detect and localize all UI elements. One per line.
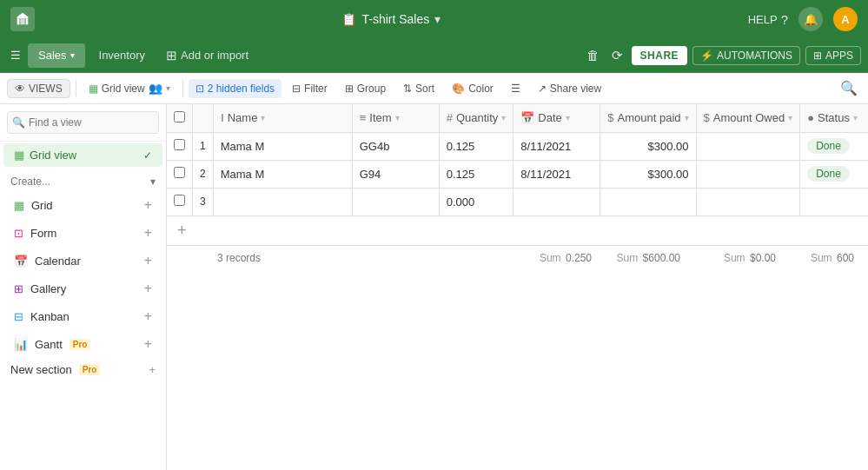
header-qty-col[interactable]: # Quantity ▾ [439, 104, 514, 132]
header-name-col[interactable]: Ⅰ Name ▾ [213, 104, 352, 132]
group-button[interactable]: ⊞ Group [338, 79, 393, 98]
share-view-icon: ↗ [538, 83, 547, 95]
add-icon: ⊞ [166, 48, 177, 63]
row3-qty[interactable]: 0.000 [439, 188, 514, 215]
header-owed-col[interactable]: $ Amount Owed ▾ [696, 104, 800, 132]
row1-checkbox[interactable] [174, 139, 185, 150]
row1-item[interactable]: GG4b [352, 132, 439, 160]
row3-date[interactable] [514, 188, 600, 215]
hamburger-icon[interactable]: ☰ [7, 45, 24, 65]
history-button[interactable]: ⟳ [608, 44, 626, 67]
new-section-label: New section [10, 363, 72, 376]
share-view-button[interactable]: ↗ Share view [531, 79, 608, 98]
owed-col-icon: $ [704, 111, 710, 124]
row1-checkbox-cell[interactable] [167, 132, 193, 160]
header-date-col[interactable]: 📅 Date ▾ [514, 104, 600, 132]
row2-item[interactable]: G94 [352, 160, 439, 188]
row3-name[interactable] [213, 188, 352, 215]
sidebar-search-icon: 🔍 [12, 116, 25, 129]
row1-date[interactable]: 8/11/2021 [514, 132, 600, 160]
row1-qty[interactable]: 0.125 [439, 132, 514, 160]
title-dropdown-icon[interactable]: ▾ [434, 12, 441, 26]
item-col-sort: ▾ [395, 113, 400, 122]
color-button[interactable]: 🎨 Color [445, 79, 500, 98]
sum-paid-cell: Sum $600.00 [592, 252, 687, 264]
filter-button[interactable]: ⊟ Filter [285, 79, 335, 98]
row2-date[interactable]: 8/11/2021 [514, 160, 600, 188]
row1-paid[interactable]: $300.00 [600, 132, 696, 160]
grid-plus-icon[interactable]: + [144, 197, 152, 213]
row2-checkbox-cell[interactable] [167, 160, 193, 188]
header-paid-col[interactable]: $ Amount paid ▾ [600, 104, 696, 132]
avatar[interactable]: A [833, 7, 858, 31]
automations-button[interactable]: ⚡ AUTOMATIONS [692, 46, 800, 65]
hidden-fields-icon: ⊡ [195, 83, 204, 95]
tab-sales[interactable]: Sales ▾ [28, 43, 85, 68]
row1-owed[interactable] [696, 132, 800, 160]
new-section-plus-icon[interactable]: + [149, 363, 156, 376]
select-all-checkbox[interactable] [174, 111, 185, 122]
row1-name[interactable]: Mama M [213, 132, 352, 160]
form-plus-icon[interactable]: + [144, 225, 152, 241]
header-item-col[interactable]: ≡ Item ▾ [352, 104, 439, 132]
create-gallery-item[interactable]: ⊞ Gallery + [3, 275, 162, 301]
row3-status[interactable] [800, 188, 868, 215]
create-gantt-item[interactable]: 📊 Gantt Pro + [3, 331, 162, 357]
new-section-item[interactable]: New section Pro + [0, 358, 166, 381]
share-button[interactable]: SHARE [632, 46, 688, 65]
row1-status[interactable]: Done [800, 132, 868, 160]
row3-checkbox[interactable] [174, 195, 185, 206]
gallery-plus-icon[interactable]: + [144, 281, 152, 296]
row1-status-badge: Done [807, 138, 850, 154]
grid-view-icon: ▦ [14, 149, 24, 162]
row2-owed[interactable] [696, 160, 800, 188]
header-rownum-col [193, 104, 214, 132]
sum-qty-label: Sum [540, 252, 561, 264]
header-status-col[interactable]: ● Status ▾ [800, 104, 868, 132]
row3-owed[interactable] [696, 188, 800, 215]
trash-button[interactable]: 🗑 [583, 44, 603, 66]
views-button[interactable]: 👁 VIEWS [7, 79, 70, 98]
row2-name[interactable]: Mama M [213, 160, 352, 188]
paid-col-sort: ▾ [685, 113, 689, 122]
kanban-plus-icon[interactable]: + [144, 308, 152, 324]
add-import-button[interactable]: ⊞ Add or import [159, 44, 255, 67]
row3-item[interactable] [352, 188, 439, 215]
grid-area: Ⅰ Name ▾ ≡ Item ▾ # [167, 104, 868, 470]
gantt-plus-icon[interactable]: + [144, 336, 152, 352]
row3-checkbox-cell[interactable] [167, 188, 193, 215]
hidden-fields-button[interactable]: ⊡ 2 hidden fields [189, 79, 282, 98]
tab-inventory[interactable]: Inventory [89, 43, 156, 68]
sum-total-label: Sum [811, 252, 832, 264]
sidebar-search-area: 🔍 [0, 104, 166, 142]
apps-button[interactable]: ⊞ APPS [805, 46, 861, 65]
name-col-icon: Ⅰ [221, 111, 224, 124]
row-height-button[interactable]: ☰ [504, 79, 527, 98]
create-grid-item[interactable]: ▦ Grid + [3, 192, 162, 218]
row3-num: 3 [193, 188, 214, 215]
row2-checkbox[interactable] [174, 167, 185, 178]
sidebar-item-grid-view[interactable]: ▦ Grid view ✓ [3, 143, 162, 167]
row2-qty[interactable]: 0.125 [439, 160, 514, 188]
sum-paid-label: Sum [617, 252, 639, 264]
create-form-item[interactable]: ⊡ Form + [3, 220, 162, 246]
row3-paid[interactable] [600, 188, 696, 215]
row2-paid[interactable]: $300.00 [600, 160, 696, 188]
notifications-button[interactable]: 🔔 [798, 7, 823, 31]
sort-button[interactable]: ⇅ Sort [396, 79, 441, 98]
row2-status[interactable]: Done [800, 160, 868, 188]
create-calendar-item[interactable]: 📅 Calendar + [3, 248, 162, 274]
find-view-input[interactable] [7, 111, 159, 134]
grid-view-arrow: ▾ [166, 83, 170, 93]
calendar-plus-icon[interactable]: + [144, 253, 152, 268]
group-icon: ⊞ [345, 83, 354, 95]
help-button[interactable]: HELP ? [748, 12, 788, 27]
owed-col-sort: ▾ [788, 113, 792, 122]
create-section-header[interactable]: Create... ▾ [0, 169, 166, 191]
search-button[interactable]: 🔍 [837, 76, 861, 100]
new-section-pro-badge: Pro [79, 364, 101, 375]
sum-total-value: 600 [837, 252, 854, 264]
create-kanban-item[interactable]: ⊟ Kanban + [3, 303, 162, 329]
grid-view-button[interactable]: ▦ Grid view 👥 ▾ [82, 78, 177, 98]
add-row-button[interactable]: + [167, 216, 868, 245]
